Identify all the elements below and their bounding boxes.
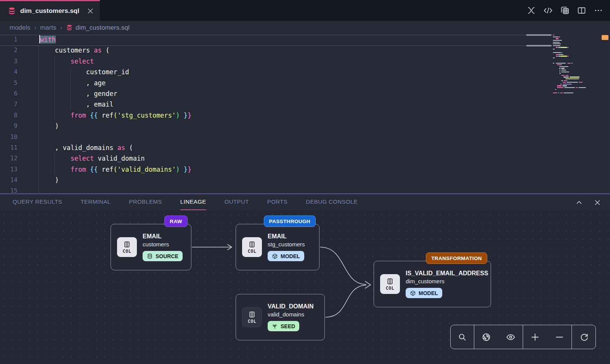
- column-icon-box[interactable]: COL: [242, 307, 262, 327]
- aperture-icon: [482, 332, 491, 342]
- zoom-in-button[interactable]: [523, 325, 547, 349]
- minimap-segment: [555, 89, 556, 90]
- minimap-current-line-bottom: [526, 45, 552, 46]
- code-line-10: [39, 132, 191, 142]
- lineage-node-customers[interactable]: RAWCOLEMAILcustomersSOURCE: [111, 224, 191, 270]
- code-line-13: from {{ ref('valid_domains') }}: [39, 164, 191, 175]
- code-token: }: [184, 166, 188, 173]
- line-number: 6: [0, 88, 27, 99]
- code-token: [86, 112, 90, 119]
- toolbar-group: [572, 325, 596, 349]
- line-number-gutter: 123456789101112131415: [0, 34, 27, 193]
- panel-tab-output[interactable]: OUTPUT: [225, 194, 249, 210]
- code-line-9: ): [39, 121, 191, 131]
- minimap-segment: [557, 87, 563, 88]
- close-icon[interactable]: [593, 198, 602, 207]
- dbt-mark-icon[interactable]: [527, 6, 536, 15]
- edge-stg-to-dim: [320, 247, 366, 284]
- lineage-node-stg_customers[interactable]: PASSTHROUGHCOLEMAILstg_customersMODEL: [236, 224, 319, 270]
- node-text: IS_VALID_EMAIL_ADDRESSdim_customersMODEL: [406, 270, 488, 298]
- tab-dim-customers-sql[interactable]: dim_customers.sql: [0, 0, 100, 21]
- minimap-segment: [564, 87, 575, 88]
- search-button[interactable]: [451, 325, 474, 349]
- node-body: COLIS_VALID_EMAIL_ADDRESSdim_customersMO…: [374, 261, 491, 307]
- panel-tab-query-results[interactable]: QUERY RESULTS: [13, 194, 62, 210]
- minimap[interactable]: [553, 34, 591, 94]
- code-token: from: [71, 166, 86, 173]
- eye-icon: [506, 332, 515, 342]
- code-line-3: select: [39, 56, 191, 67]
- node-subtitle: dim_customers: [406, 278, 488, 284]
- refresh-button[interactable]: [572, 325, 596, 349]
- code-token: select: [71, 155, 94, 162]
- minimap-segment: [559, 66, 568, 67]
- lineage-canvas[interactable]: RAWCOLEMAILcustomersSOURCEPASSTHROUGHCOL…: [0, 210, 610, 364]
- eye-button[interactable]: [499, 325, 523, 349]
- code-token: [39, 155, 71, 162]
- minimap-row: [553, 92, 591, 94]
- code-tags-icon[interactable]: [543, 6, 553, 15]
- code-token: {{: [90, 112, 98, 119]
- line-number: 12: [0, 153, 27, 164]
- panel-tab-problems[interactable]: PROBLEMS: [129, 194, 162, 210]
- code-token: [86, 166, 90, 173]
- zoom-in-icon: [530, 332, 540, 342]
- minimap-segment: [553, 35, 554, 35]
- aperture-button[interactable]: [474, 325, 499, 349]
- column-icon-box[interactable]: COL: [380, 274, 400, 294]
- copy-table-icon[interactable]: [560, 6, 570, 15]
- code-token: as: [94, 46, 101, 54]
- lineage-toolbar: [450, 325, 596, 349]
- minimap-segment: [561, 47, 567, 48]
- panel-tab-terminal[interactable]: TERMINAL: [80, 194, 111, 210]
- code-line-7: , email: [39, 99, 191, 110]
- breadcrumb-item-dim_customers-sql[interactable]: dim_customers.sql: [66, 24, 130, 32]
- code-token: [180, 112, 184, 119]
- line-number: 2: [0, 45, 27, 56]
- zoom-out-button[interactable]: [547, 325, 572, 349]
- code-token: , age: [39, 79, 106, 87]
- code-token: [39, 166, 71, 173]
- minimap-segment: [559, 73, 561, 74]
- minimap-gap: [553, 70, 559, 70]
- minimap-gap: [553, 80, 561, 81]
- column-icon-box[interactable]: COL: [117, 237, 137, 257]
- database-line-icon: [147, 253, 153, 259]
- type-badge-label: MODEL: [419, 290, 438, 296]
- editor-tab-bar: dim_customers.sql: [0, 0, 610, 21]
- code-editor[interactable]: 123456789101112131415 with customers as …: [0, 34, 610, 193]
- chevron-up-icon[interactable]: [575, 198, 583, 207]
- breadcrumb-item-models[interactable]: models: [10, 24, 30, 32]
- code-token: valid_domain: [94, 155, 144, 162]
- close-tab-icon[interactable]: [86, 7, 95, 15]
- minimap-segment: [561, 68, 565, 69]
- type-badge-model[interactable]: MODEL: [406, 288, 442, 298]
- code-token: {{: [90, 166, 98, 173]
- node-title: VALID_DOMAIN: [268, 303, 314, 310]
- lineage-node-dim_customers[interactable]: TRANSFORMATIONCOLIS_VALID_EMAIL_ADDRESSd…: [374, 261, 491, 307]
- type-badge-source[interactable]: SOURCE: [143, 251, 183, 261]
- line-number: 10: [0, 132, 27, 142]
- line-number: 5: [0, 78, 27, 88]
- code-token: 'stg_customers': [117, 112, 176, 119]
- minimap-segment: [553, 52, 561, 53]
- lineage-node-valid_domains[interactable]: COLVALID_DOMAINvalid_domainsSEED: [236, 294, 325, 340]
- type-badge-model[interactable]: MODEL: [268, 251, 304, 261]
- columns-icon: [386, 278, 394, 285]
- minimap-gap: [553, 77, 563, 77]
- more-dots-icon[interactable]: [594, 6, 603, 15]
- minimap-gap: [553, 82, 563, 83]
- minimap-segment: [568, 47, 568, 48]
- code-content[interactable]: with customers as ( select customer_id ,…: [39, 34, 191, 193]
- minimap-segment: [556, 56, 557, 56]
- minimap-segment: [571, 63, 573, 64]
- minimap-segment: [563, 77, 569, 77]
- panel-tab-lineage[interactable]: LINEAGE: [180, 194, 206, 210]
- panel-tab-ports[interactable]: PORTS: [267, 194, 287, 210]
- minimap-segment: [559, 37, 560, 37]
- breadcrumb-item-marts[interactable]: marts: [40, 24, 56, 32]
- panel-tab-debug-console[interactable]: DEBUG CONSOLE: [306, 194, 358, 210]
- column-icon-box[interactable]: COL: [242, 237, 262, 257]
- split-editor-icon[interactable]: [577, 6, 586, 15]
- type-badge-seed[interactable]: SEED: [268, 321, 299, 331]
